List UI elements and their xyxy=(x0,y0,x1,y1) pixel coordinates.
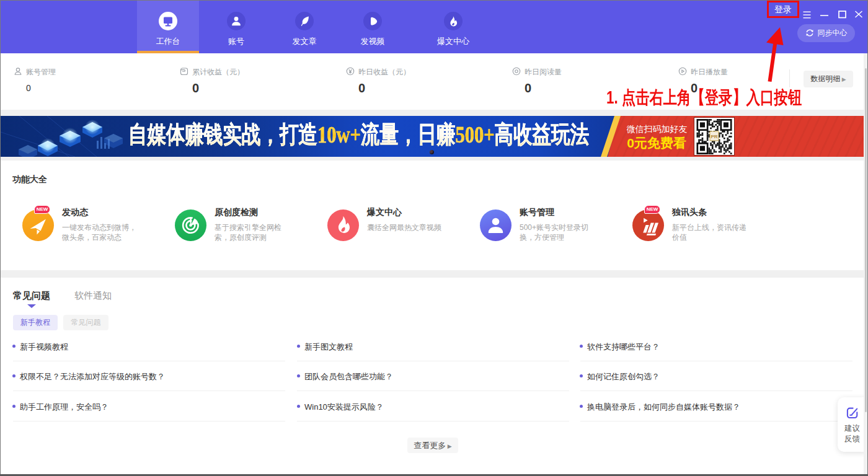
svg-text:PR: PR xyxy=(711,134,717,139)
